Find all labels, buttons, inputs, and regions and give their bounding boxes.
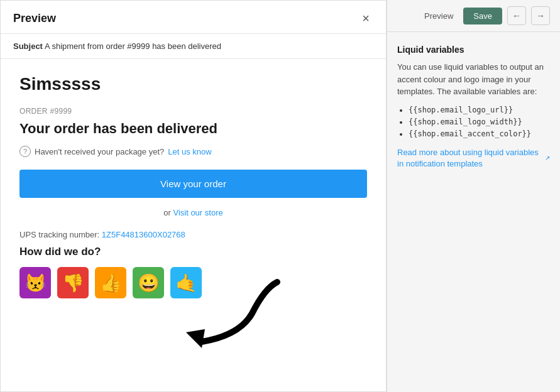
svg-marker-0 (186, 329, 205, 348)
tracking-label: UPS tracking number: (19, 230, 99, 239)
right-header: Preview Save ← → (387, 0, 560, 32)
let-us-know-link[interactable]: Let us know (168, 147, 211, 156)
modal-header: Preview × (1, 1, 386, 34)
modal-title: Preview (13, 12, 56, 25)
or-text: or (163, 208, 173, 217)
or-visit-text: or Visit our store (19, 208, 367, 217)
emoji-row: 😾 👎 👍 😀 🤙 (19, 267, 367, 298)
order-number: ORDER #9999 (19, 107, 367, 116)
package-question-text: Haven't received your package yet? (35, 147, 164, 156)
preview-tab-label: Preview (419, 9, 458, 23)
emoji-great[interactable]: 🤙 (170, 267, 202, 298)
how-did-we-heading: How did we do? (19, 246, 367, 258)
emoji-terrible[interactable]: 😾 (19, 267, 51, 298)
read-more-link[interactable]: Read more about using liquid variables i… (397, 147, 550, 170)
close-button[interactable]: × (358, 11, 373, 26)
package-question: ? Haven't received your package yet? Let… (19, 146, 367, 157)
question-icon: ? (19, 146, 31, 157)
liquid-variables-section: Liquid variables You can use liquid vari… (387, 32, 560, 392)
visit-store-link[interactable]: Visit our store (173, 208, 222, 217)
view-order-button[interactable]: View your order (19, 170, 367, 198)
liquid-title: Liquid variables (397, 45, 550, 55)
liquid-var-3: {{shop.email_accent_color}} (409, 129, 550, 138)
tracking-number-line: UPS tracking number: 1Z5F44813600X02768 (19, 230, 367, 239)
external-link-icon: ↗ (545, 154, 550, 163)
save-button[interactable]: Save (463, 8, 502, 24)
liquid-variables-list: {{shop.email_logo_url}} {{shop.email_log… (397, 106, 550, 138)
emoji-good[interactable]: 😀 (133, 267, 164, 298)
tracking-number-link[interactable]: 1Z5F44813600X02768 (102, 230, 185, 239)
liquid-description: You can use liquid variables to output a… (397, 61, 550, 98)
store-name: Simsssss (19, 74, 367, 94)
read-more-text: Read more about using liquid variables i… (397, 147, 542, 170)
email-body: Simsssss ORDER #9999 Your order has been… (1, 59, 386, 313)
emoji-bad[interactable]: 👎 (57, 267, 89, 298)
preview-modal: Preview × Subject A shipment from order … (0, 0, 387, 392)
back-button[interactable]: ← (507, 6, 526, 25)
liquid-var-2: {{shop.email_logo_width}} (409, 117, 550, 126)
emoji-okay[interactable]: 👍 (95, 267, 126, 298)
subject-line: Subject A shipment from order #9999 has … (1, 34, 386, 59)
right-panel: Preview Save ← → Liquid variables You ca… (387, 0, 560, 392)
liquid-var-1: {{shop.email_logo_url}} (409, 106, 550, 114)
forward-button[interactable]: → (531, 6, 550, 25)
subject-text: A shipment from order #9999 has been del… (45, 41, 221, 51)
subject-label: Subject (13, 41, 43, 51)
tracking-section: UPS tracking number: 1Z5F44813600X02768 (19, 230, 367, 239)
email-preview-container: Simsssss ORDER #9999 Your order has been… (1, 59, 386, 391)
delivery-heading: Your order has been delivered (19, 121, 367, 137)
